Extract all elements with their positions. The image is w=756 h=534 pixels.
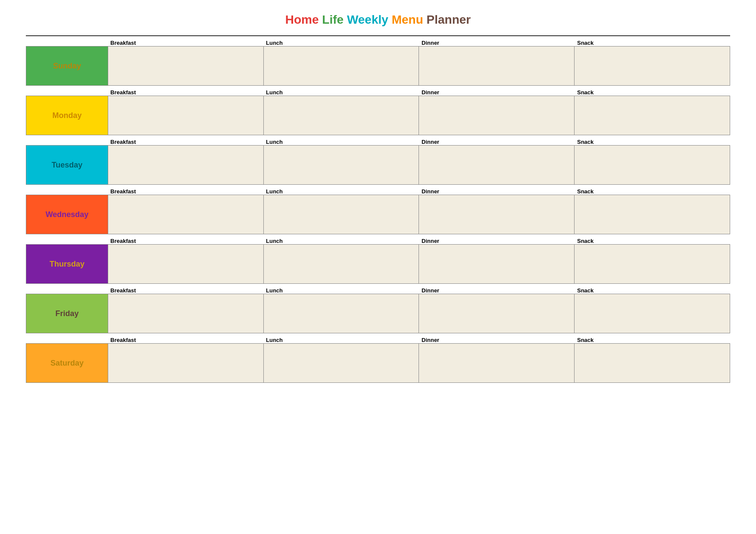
day-label-sunday: Sunday <box>26 47 108 85</box>
day-label-monday: Monday <box>26 96 108 135</box>
header-divider <box>26 35 730 36</box>
day-row-wednesday: Wednesday <box>26 195 730 234</box>
column-label-snack: Snack <box>575 287 730 294</box>
meal-cell-saturday-dinner[interactable] <box>419 344 575 382</box>
column-label-dinner: Dinner <box>419 188 575 195</box>
column-label-dinner: Dinner <box>419 89 575 96</box>
column-label-dinner: Dinner <box>419 287 575 294</box>
column-labels-row: BreakfastLunchDinnerSnack <box>26 287 730 294</box>
column-labels-row: BreakfastLunchDinnerSnack <box>26 139 730 145</box>
column-label-lunch: Lunch <box>263 40 419 46</box>
column-label-breakfast: Breakfast <box>108 238 263 244</box>
meal-cell-friday-lunch[interactable] <box>264 294 419 333</box>
day-label-saturday: Saturday <box>26 344 108 382</box>
column-label-lunch: Lunch <box>263 287 419 294</box>
column-label-breakfast: Breakfast <box>108 337 263 343</box>
page-title: Home Life Weekly Menu Planner <box>26 13 730 27</box>
meal-cell-saturday-breakfast[interactable] <box>108 344 264 382</box>
day-label-wednesday: Wednesday <box>26 195 108 234</box>
meal-cell-tuesday-snack[interactable] <box>575 146 730 184</box>
column-labels-row: BreakfastLunchDinnerSnack <box>26 40 730 46</box>
meal-cell-monday-breakfast[interactable] <box>108 96 264 135</box>
day-row-sunday: Sunday <box>26 46 730 86</box>
column-labels-row: BreakfastLunchDinnerSnack <box>26 238 730 244</box>
day-label-thursday: Thursday <box>26 245 108 283</box>
column-label-dinner: Dinner <box>419 40 575 46</box>
column-label-breakfast: Breakfast <box>108 40 263 46</box>
day-row-saturday: Saturday <box>26 343 730 383</box>
day-row-friday: Friday <box>26 294 730 333</box>
column-label-lunch: Lunch <box>263 139 419 145</box>
meal-cell-tuesday-lunch[interactable] <box>264 146 419 184</box>
meal-cell-wednesday-snack[interactable] <box>575 195 730 234</box>
meal-cell-friday-breakfast[interactable] <box>108 294 264 333</box>
day-row-tuesday: Tuesday <box>26 145 730 185</box>
meal-cell-sunday-breakfast[interactable] <box>108 47 264 85</box>
meal-cell-thursday-snack[interactable] <box>575 245 730 283</box>
column-labels-row: BreakfastLunchDinnerSnack <box>26 337 730 343</box>
column-label-snack: Snack <box>575 188 730 195</box>
meal-cell-sunday-dinner[interactable] <box>419 47 575 85</box>
column-label-dinner: Dinner <box>419 337 575 343</box>
meal-cell-tuesday-dinner[interactable] <box>419 146 575 184</box>
column-label-snack: Snack <box>575 89 730 96</box>
meal-cell-wednesday-dinner[interactable] <box>419 195 575 234</box>
meal-cell-monday-lunch[interactable] <box>264 96 419 135</box>
column-labels-row: BreakfastLunchDinnerSnack <box>26 89 730 96</box>
column-label-breakfast: Breakfast <box>108 188 263 195</box>
column-label-snack: Snack <box>575 238 730 244</box>
page-header: Home Life Weekly Menu Planner <box>26 13 730 27</box>
meal-cell-wednesday-breakfast[interactable] <box>108 195 264 234</box>
meal-cell-saturday-snack[interactable] <box>575 344 730 382</box>
column-label-snack: Snack <box>575 40 730 46</box>
column-label-lunch: Lunch <box>263 238 419 244</box>
day-row-thursday: Thursday <box>26 244 730 284</box>
meal-cell-monday-dinner[interactable] <box>419 96 575 135</box>
day-row-monday: Monday <box>26 96 730 135</box>
column-label-lunch: Lunch <box>263 337 419 343</box>
column-labels-row: BreakfastLunchDinnerSnack <box>26 188 730 195</box>
column-label-lunch: Lunch <box>263 188 419 195</box>
meal-cell-thursday-lunch[interactable] <box>264 245 419 283</box>
meal-cell-thursday-breakfast[interactable] <box>108 245 264 283</box>
meal-cell-sunday-snack[interactable] <box>575 47 730 85</box>
meal-cell-friday-dinner[interactable] <box>419 294 575 333</box>
meal-cell-wednesday-lunch[interactable] <box>264 195 419 234</box>
day-label-friday: Friday <box>26 294 108 333</box>
column-label-snack: Snack <box>575 337 730 343</box>
day-label-tuesday: Tuesday <box>26 146 108 184</box>
meal-cell-monday-snack[interactable] <box>575 96 730 135</box>
column-label-dinner: Dinner <box>419 238 575 244</box>
planner-container: BreakfastLunchDinnerSnackSundayBreakfast… <box>26 40 730 383</box>
column-label-breakfast: Breakfast <box>108 89 263 96</box>
column-label-snack: Snack <box>575 139 730 145</box>
meal-cell-friday-snack[interactable] <box>575 294 730 333</box>
column-label-breakfast: Breakfast <box>108 139 263 145</box>
column-label-dinner: Dinner <box>419 139 575 145</box>
meal-cell-thursday-dinner[interactable] <box>419 245 575 283</box>
meal-cell-tuesday-breakfast[interactable] <box>108 146 264 184</box>
meal-cell-saturday-lunch[interactable] <box>264 344 419 382</box>
meal-cell-sunday-lunch[interactable] <box>264 47 419 85</box>
column-label-breakfast: Breakfast <box>108 287 263 294</box>
column-label-lunch: Lunch <box>263 89 419 96</box>
